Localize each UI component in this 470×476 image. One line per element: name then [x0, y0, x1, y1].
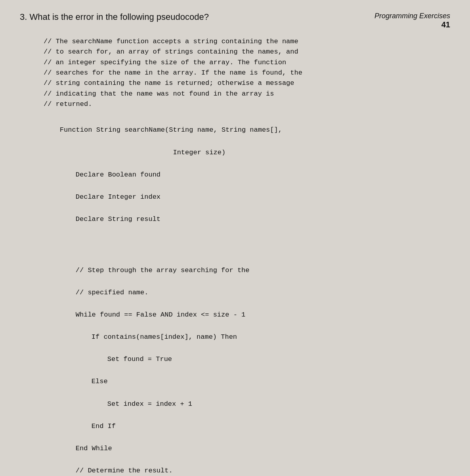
page-number: 41: [441, 20, 450, 29]
comment2-line2: // specified name.: [76, 289, 149, 296]
comment-line-7: // returned.: [44, 99, 450, 109]
question-text: 3. What is the error in the following ps…: [20, 12, 209, 22]
declare-result: Declare String result: [76, 215, 160, 223]
comment-line-5: // string containing the name is returne…: [44, 78, 450, 88]
set-found-line: Set found = True: [107, 355, 172, 363]
question-number: 3. What is the error in the following ps…: [20, 12, 209, 22]
declare-index: Declare Integer index: [76, 193, 160, 201]
set-index-line: Set index = index + 1: [107, 400, 192, 408]
declare-found: Declare Boolean found: [76, 171, 160, 178]
comment-line-6: // indicating that the name was not foun…: [44, 89, 450, 99]
comment-block-1: // The searchName function accepts a str…: [44, 36, 450, 109]
page-label: Programming Exercises: [374, 12, 450, 20]
while-line: While found == False AND index <= size -…: [76, 311, 245, 319]
function-signature-line2: Integer size): [60, 149, 225, 156]
comment-line-4: // searches for the name in the array. I…: [44, 68, 450, 78]
function-signature-line1: Function String searchName(String name, …: [60, 126, 282, 134]
comment-line-2: // to search for, an array of strings co…: [44, 47, 450, 57]
if-line: If contains(names[index], name) Then: [92, 333, 237, 341]
comment3-line: // Determine the result.: [76, 467, 173, 474]
else1-line: Else: [92, 378, 108, 385]
comment-line-1: // The searchName function accepts a str…: [44, 36, 450, 47]
end-while-line: End While: [76, 445, 112, 452]
code-block: Function String searchName(String name, …: [44, 113, 450, 476]
comment-line-3: // an integer specifying the size of the…: [44, 58, 450, 68]
end-if-line: End If: [92, 422, 116, 430]
comment2-line1: // Step through the array searching for …: [76, 267, 250, 274]
